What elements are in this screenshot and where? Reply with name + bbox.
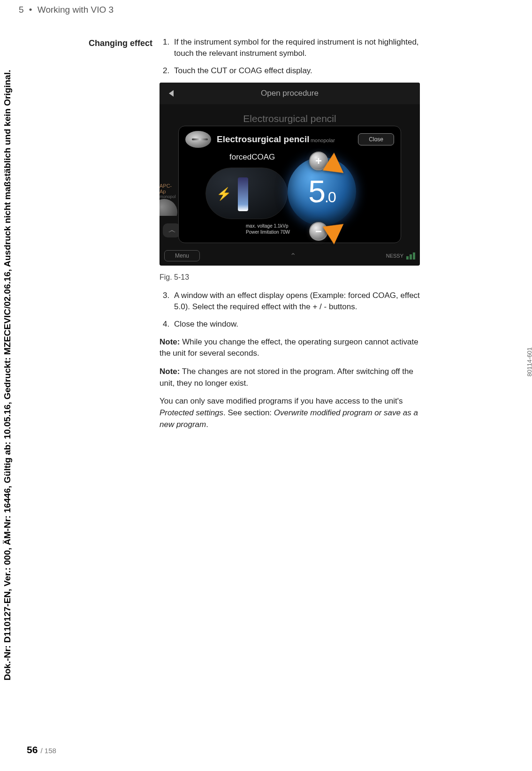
steps-list-1: If the instrument symbol for the require… [160, 37, 420, 76]
page-header: 5 • Working with VIO 3 [19, 5, 114, 15]
step-1: If the instrument symbol for the require… [172, 37, 420, 59]
signal-bars-icon [406, 252, 415, 260]
power-limitation-text: Power limitation 70W [246, 229, 290, 235]
screen-bottom-bar: Menu ⌃ NESSY [164, 249, 415, 263]
note-2-body: The changes are not stored in the progra… [160, 367, 413, 388]
step-3: A window with an effect display opens (E… [172, 290, 420, 313]
menu-button[interactable]: Menu [164, 250, 200, 261]
dialog-header: Electrosurgical pencil monopolar Close [179, 126, 401, 153]
tail-b: . See section: [223, 408, 274, 417]
close-button[interactable]: Close [358, 133, 394, 145]
chapter-number: 5 [19, 5, 24, 15]
apc-sublabel: monopol [160, 194, 177, 199]
tail-ital1: Protected settings [160, 408, 223, 417]
apc-dial-icon [160, 199, 177, 216]
tail-c: . [206, 420, 208, 429]
background-instrument-title: Electrosurgical pencil [160, 113, 420, 124]
note-2-label: Note: [160, 367, 180, 376]
nessy-label: NESSY [386, 253, 403, 259]
doc-code-vertical: 80114-601 03.16 [526, 347, 532, 376]
page-total: / 158 [38, 747, 56, 755]
note-1: Note: While you change the effect, the o… [160, 336, 420, 359]
figure-5-13: Open procedure Electrosurgical pencil AP… [160, 83, 420, 266]
cut-effect-pill[interactable]: ⚡ [205, 168, 288, 219]
nessy-indicator[interactable]: NESSY [386, 252, 415, 260]
doc-code-line1: 80114-601 [526, 347, 532, 376]
chapter-title: Working with VIO 3 [38, 5, 114, 15]
note-1-body: While you change the effect, the operati… [160, 337, 418, 358]
doc-stamp-vertical: Dok.-Nr: D110127-EN, Ver.: 000, ÄM-Nr: 1… [2, 70, 13, 680]
effect-dialog: Electrosurgical pencil monopolar Close f… [178, 126, 401, 243]
apc-label: APC-Ap [160, 183, 177, 194]
bolt-icon: ⚡ [216, 187, 231, 201]
back-icon[interactable] [169, 90, 174, 97]
page-footer: 56 / 158 [27, 744, 56, 756]
body-column: If the instrument symbol for the require… [160, 37, 420, 437]
tail-a: You can only save modified programs if y… [160, 397, 403, 405]
note-2: Note: The changes are not stored in the … [160, 366, 420, 389]
screen-topbar: Open procedure [160, 83, 420, 104]
instrument-title-wrap: Electrosurgical pencil monopolar [217, 134, 335, 145]
instrument-label: Electrosurgical pencil [217, 134, 309, 144]
page-number: 56 [27, 744, 38, 755]
figure-caption: Fig. 5-13 [160, 273, 420, 282]
step-4: Close the window. [172, 319, 420, 330]
max-voltage-text: max. voltage 1.1kVp [246, 223, 290, 229]
step-2: Touch the CUT or COAG effect display. [172, 65, 420, 76]
effect-value: 5.0 [308, 174, 335, 209]
effect-limits-text: max. voltage 1.1kVp Power limitation 70W [246, 223, 290, 235]
header-bullet: • [29, 5, 32, 15]
blade-icon [238, 177, 248, 211]
mode-label: forcedCOAG [229, 153, 275, 162]
margin-heading: Changing effect [82, 38, 152, 48]
left-peek-panel: APC-Ap monopol [160, 183, 177, 216]
dialog-body: forcedCOAG ⚡ 5.0 + − max. voltage 1.1kVp [179, 153, 401, 242]
tail-paragraph: You can only save modified programs if y… [160, 396, 420, 430]
steps-list-2: A window with an effect display opens (E… [160, 290, 420, 329]
topbar-title[interactable]: Open procedure [261, 89, 319, 98]
expand-up-icon[interactable]: ⌃ [290, 252, 296, 260]
instrument-pencil-icon[interactable] [185, 131, 211, 148]
instrument-sublabel: monopolar [311, 137, 335, 143]
note-1-label: Note: [160, 337, 180, 346]
